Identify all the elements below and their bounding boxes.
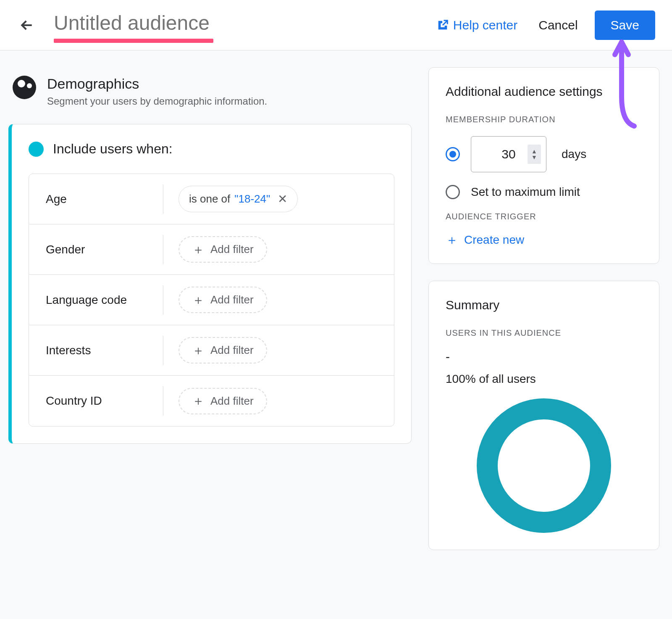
add-filter-label: Add filter — [210, 344, 254, 357]
duration-input[interactable]: 30 ▲▼ — [471, 136, 546, 172]
cancel-button[interactable]: Cancel — [538, 18, 578, 32]
audience-donut-chart — [477, 398, 611, 533]
filter-label: Gender — [46, 235, 163, 264]
plus-icon: ＋ — [192, 243, 205, 256]
filter-row-age: Age is one of "18-24" ✕ — [29, 174, 394, 224]
include-indicator-icon — [29, 142, 44, 157]
annotation-underline — [54, 39, 213, 43]
filter-label: Country ID — [46, 386, 163, 416]
filter-row-interests: Interests ＋ Add filter — [29, 325, 394, 376]
create-new-label: Create new — [464, 233, 524, 247]
add-filter-language[interactable]: ＋ Add filter — [178, 287, 267, 313]
duration-unit: days — [562, 148, 586, 161]
header-bar: Help center Cancel Save — [0, 0, 672, 50]
add-filter-label: Add filter — [210, 293, 254, 306]
filter-group: Age is one of "18-24" ✕ Gender ＋ — [29, 174, 394, 427]
demographics-header: Demographics Segment your users by demog… — [13, 76, 412, 107]
add-filter-gender[interactable]: ＋ Add filter — [178, 236, 267, 263]
summary-title: Summary — [446, 298, 642, 312]
add-filter-label: Add filter — [210, 243, 254, 256]
duration-max-radio[interactable] — [446, 185, 460, 199]
include-card: Include users when: Age is one of "18-24… — [8, 124, 412, 444]
users-percent: 100% of all users — [446, 372, 642, 386]
membership-label: MEMBERSHIP DURATION — [446, 115, 642, 124]
plus-icon: ＋ — [192, 395, 205, 407]
settings-card: Additional audience settings MEMBERSHIP … — [428, 67, 659, 264]
plus-icon: ＋ — [446, 234, 458, 246]
help-center-label: Help center — [453, 18, 517, 32]
filter-label: Age — [46, 184, 163, 214]
users-label: USERS IN THIS AUDIENCE — [446, 328, 642, 338]
duration-value: 30 — [501, 147, 515, 161]
duration-max-label: Set to maximum limit — [471, 185, 580, 199]
add-filter-interests[interactable]: ＋ Add filter — [178, 337, 267, 363]
demographics-title: Demographics — [47, 76, 267, 92]
back-arrow-icon[interactable] — [17, 15, 37, 35]
settings-title: Additional audience settings — [446, 84, 642, 99]
summary-card: Summary USERS IN THIS AUDIENCE - 100% of… — [428, 281, 659, 550]
age-filter-chip[interactable]: is one of "18-24" ✕ — [178, 186, 298, 212]
include-heading: Include users when: — [53, 141, 173, 157]
save-button[interactable]: Save — [595, 11, 655, 40]
chip-value: "18-24" — [234, 192, 270, 205]
plus-icon: ＋ — [192, 294, 205, 306]
filter-row-gender: Gender ＋ Add filter — [29, 224, 394, 275]
remove-chip-icon[interactable]: ✕ — [278, 192, 287, 206]
help-center-link[interactable]: Help center — [436, 18, 517, 32]
add-filter-label: Add filter — [210, 395, 254, 408]
chip-prefix: is one of — [189, 192, 230, 205]
open-external-icon — [436, 19, 449, 32]
number-spinner-icon[interactable]: ▲▼ — [528, 145, 541, 164]
demographics-icon — [13, 76, 36, 99]
plus-icon: ＋ — [192, 344, 205, 357]
duration-days-radio[interactable] — [446, 147, 460, 161]
filter-row-country: Country ID ＋ Add filter — [29, 376, 394, 426]
filter-label: Interests — [46, 336, 163, 365]
create-trigger-button[interactable]: ＋ Create new — [446, 233, 642, 247]
filter-label: Language code — [46, 285, 163, 315]
users-value: - — [446, 350, 642, 364]
demographics-subtitle: Segment your users by demographic inform… — [47, 95, 267, 107]
filter-row-language: Language code ＋ Add filter — [29, 275, 394, 325]
add-filter-country[interactable]: ＋ Add filter — [178, 388, 267, 414]
audience-name-input[interactable] — [54, 11, 306, 39]
trigger-label: AUDIENCE TRIGGER — [446, 212, 642, 221]
